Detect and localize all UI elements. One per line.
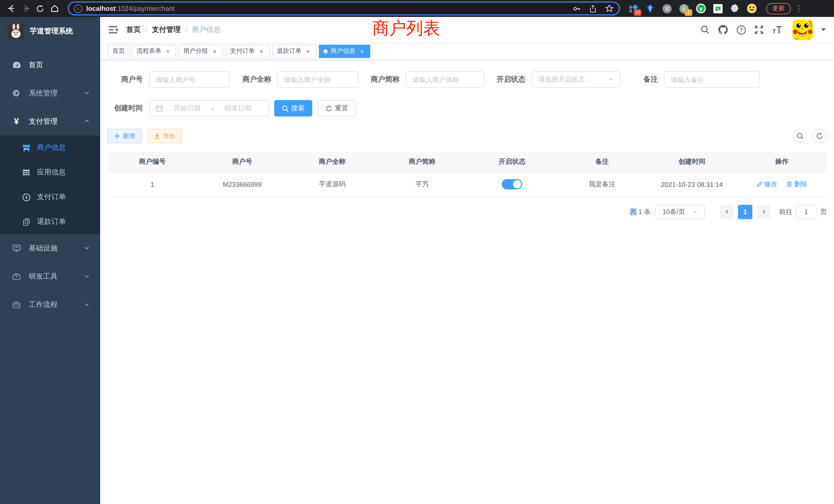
page-size-select[interactable]: 10条/页 (655, 205, 705, 219)
prev-page-button[interactable] (720, 205, 733, 219)
sidebar-item-app-info[interactable]: 应用信息 (0, 160, 100, 185)
browser-home-button[interactable] (47, 1, 62, 16)
grid-icon (21, 168, 32, 177)
extension-badge: 1 (684, 9, 692, 16)
profile-emoji-avatar[interactable] (747, 3, 757, 14)
tab-refund-order[interactable]: 退款订单 × (272, 44, 316, 58)
chevron-down-icon (84, 300, 90, 309)
search-button[interactable]: 搜索 (274, 100, 312, 116)
browser-forward-button[interactable] (19, 1, 33, 16)
search-icon[interactable] (698, 23, 712, 37)
breadcrumb-pay[interactable]: 支付管理 (152, 25, 181, 35)
add-button[interactable]: 新增 (107, 129, 142, 143)
short-name-input[interactable] (412, 76, 478, 84)
sidebar-item-infra[interactable]: 基础设施 (0, 234, 100, 262)
tab-pay-order[interactable]: 支付订单 × (225, 44, 270, 58)
chevron-down-icon (84, 89, 90, 97)
sidebar-item-devtools[interactable]: 研发工具 (0, 262, 100, 291)
full-name-input[interactable] (284, 76, 352, 84)
logo-avatar (8, 23, 24, 40)
extension-recorder-icon[interactable]: 1 (679, 3, 689, 14)
status-toggle[interactable] (502, 179, 522, 189)
start-date-placeholder[interactable]: 开始日期 (174, 104, 200, 113)
date-range-picker[interactable]: 开始日期 - 结束日期 (149, 100, 269, 116)
full-name-input-wrap (277, 71, 358, 88)
pay-submenu: 商户信息 应用信息 ¥ 支付订单 (0, 136, 100, 234)
col-short-name: 商户简称 (377, 152, 467, 172)
sidebar-item-refund-order[interactable]: 退款订单 (0, 209, 100, 234)
share-icon[interactable] (589, 4, 597, 13)
tab-user-group[interactable]: 用户分组 × (179, 44, 223, 58)
extension-grid-icon[interactable]: 10 (628, 3, 638, 14)
close-icon[interactable]: × (305, 47, 312, 55)
sidebar-item-merchant-info[interactable]: 商户信息 (0, 136, 100, 160)
edit-button[interactable]: 修改 (756, 180, 777, 189)
tab-process-form[interactable]: 流程表单 × (132, 44, 176, 58)
bookmark-star-icon[interactable] (605, 4, 614, 13)
sidebar-toggle-button[interactable] (108, 25, 118, 35)
page-annotation-title: 商户列表 (372, 19, 440, 38)
close-icon[interactable]: × (211, 47, 218, 55)
col-merchant-id: 商户编号 (107, 152, 197, 172)
user-avatar[interactable] (792, 20, 813, 40)
full-name-label: 商户全称 (242, 75, 277, 84)
merchant-no-input[interactable] (156, 76, 223, 84)
sidebar-item-label: 支付管理 (29, 117, 84, 126)
sidebar-item-workflow[interactable]: 工作流程 (0, 291, 100, 319)
refresh-table-button[interactable] (812, 129, 827, 143)
cell-short-name: 芋艿 (377, 172, 467, 197)
delete-button[interactable]: 删除 (787, 180, 808, 189)
export-button[interactable]: 导出 (147, 129, 182, 143)
status-select[interactable]: 请选择开启状态 (531, 71, 620, 88)
reset-button[interactable]: 重置 (318, 100, 356, 116)
close-icon[interactable]: × (358, 47, 366, 55)
show-search-button[interactable] (793, 129, 807, 143)
sidebar-item-system[interactable]: 系统管理 (0, 79, 100, 107)
site-info-icon[interactable]: i (74, 4, 82, 13)
sidebar-item-pay[interactable]: ¥ 支付管理 (0, 107, 100, 136)
remark-input-wrap (664, 71, 760, 88)
sidebar-item-home[interactable]: 首页 (0, 51, 100, 79)
navbar-actions: ? (698, 20, 826, 40)
browser-reload-button[interactable] (33, 1, 47, 16)
address-bar[interactable]: i localhost:1024/pay/merchant (68, 2, 620, 16)
extension-chat-icon[interactable] (713, 3, 723, 14)
url-path: :1024/pay/merchant (115, 5, 175, 12)
tab-merchant-info[interactable]: 商户信息 × (319, 44, 370, 58)
sidebar-item-label: 首页 (29, 60, 90, 70)
dashboard-icon (10, 61, 23, 69)
date-separator: - (212, 105, 214, 112)
col-status: 开启状态 (467, 152, 557, 172)
password-key-icon[interactable] (573, 4, 581, 13)
sidebar-logo[interactable]: 芋道管理系统 (0, 17, 100, 46)
browser-update-button[interactable]: 更新 (766, 3, 791, 14)
github-icon[interactable] (717, 23, 730, 37)
browser-back-button[interactable] (4, 1, 19, 16)
chevron-down-icon (608, 76, 614, 84)
url-text[interactable]: localhost:1024/pay/merchant (86, 5, 564, 12)
extensions-puzzle-icon[interactable] (730, 3, 740, 14)
extension-gem-icon[interactable] (645, 3, 655, 14)
extension-command-icon[interactable]: ⌘ (662, 3, 672, 14)
sidebar-item-pay-order[interactable]: ¥ 支付订单 (0, 185, 100, 209)
browser-menu-icon[interactable]: ⋮ (795, 6, 803, 11)
tab-home[interactable]: 首页 (108, 44, 129, 58)
caret-down-icon[interactable] (821, 25, 826, 35)
close-icon[interactable]: × (164, 47, 172, 55)
fullscreen-icon[interactable] (752, 23, 766, 37)
next-page-button[interactable] (757, 205, 770, 219)
extension-yudao-icon[interactable]: y (696, 3, 706, 14)
breadcrumb-home[interactable]: 首页 (126, 25, 141, 35)
cell-merchant-no: M233666999 (197, 172, 287, 197)
font-size-icon[interactable] (770, 23, 784, 37)
page-number-1[interactable]: 1 (738, 205, 752, 219)
close-icon[interactable]: × (258, 47, 265, 55)
breadcrumb-separator: / (145, 26, 147, 34)
chevron-left-icon (724, 209, 729, 214)
status-placeholder: 请选择开启状态 (538, 75, 585, 84)
svg-text:?: ? (740, 27, 743, 32)
help-icon[interactable]: ? (734, 23, 748, 37)
remark-input[interactable] (671, 76, 753, 84)
end-date-placeholder[interactable]: 结束日期 (225, 104, 251, 113)
goto-page-input[interactable] (796, 205, 816, 219)
